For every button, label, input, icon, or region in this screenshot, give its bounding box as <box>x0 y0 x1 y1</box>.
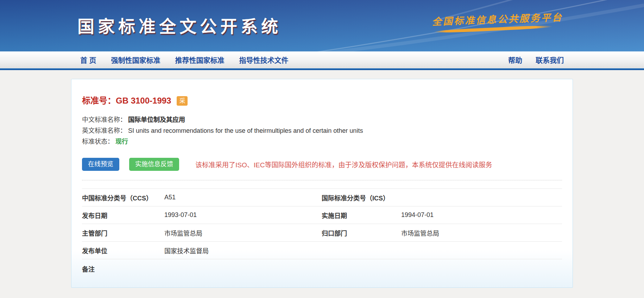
en-name-line: 英文标准名称： SI units and recommendations for… <box>82 125 562 136</box>
cn-name-line: 中文标准名称： 国际单位制及其应用 <box>82 114 562 125</box>
standard-heading-row: 标准号：GB 3100-1993 采 <box>82 79 562 106</box>
standard-number-value: GB 3100-1993 <box>116 96 171 105</box>
field-value-publish-unit: 国家技术监督局 <box>164 246 322 255</box>
field-label-competent-dept: 主管部门 <box>82 228 164 237</box>
nav-item-help[interactable]: 帮助 <box>508 55 522 65</box>
table-row: 发布单位 国家技术监督局 <box>82 241 562 259</box>
en-name-value: SI units and recommendations for the use… <box>128 127 363 134</box>
online-preview-button[interactable]: 在线预览 <box>82 158 119 171</box>
field-value-centralized-dept: 市场监管总局 <box>401 228 562 237</box>
action-row: 在线预览 实施信息反馈 该标准采用了ISO、IEC等国际国外组织的标准，由于涉及… <box>82 158 562 171</box>
field-value-publish-date: 1993-07-01 <box>164 211 322 219</box>
site-header: 国家标准全文公开系统 全国标准信息公共服务平台 <box>0 0 644 51</box>
standard-number-heading: 标准号：GB 3100-1993 <box>82 95 171 106</box>
field-value-implement-date: 1994-07-01 <box>401 211 562 219</box>
nav-item-recommended-standards[interactable]: 推荐性国家标准 <box>175 55 225 65</box>
table-row: 主管部门 市场监管总局 归口部门 市场监管总局 <box>82 224 562 241</box>
dotted-divider <box>82 180 562 180</box>
en-name-label: 英文标准名称： <box>82 127 126 134</box>
field-label-remarks: 备注 <box>82 264 164 273</box>
platform-logo-text: 全国标准信息公共服务平台 <box>432 10 559 28</box>
standard-info-block: 中文标准名称： 国际单位制及其应用 英文标准名称： SI units and r… <box>82 114 562 147</box>
site-title: 国家标准全文公开系统 <box>77 13 282 37</box>
field-value-ccs: A51 <box>164 194 322 201</box>
nav-item-guiding-documents[interactable]: 指导性技术文件 <box>239 55 289 65</box>
field-value-competent-dept: 市场监管总局 <box>164 228 322 237</box>
field-label-centralized-dept: 归口部门 <box>322 228 401 237</box>
standard-detail-card: 标准号：GB 3100-1993 采 中文标准名称： 国际单位制及其应用 英文标… <box>71 79 573 288</box>
standard-number-label: 标准号： <box>82 96 116 105</box>
status-label: 标准状态： <box>82 138 114 145</box>
main-nav: 首 页 强制性国家标准 推荐性国家标准 指导性技术文件 帮助 联系我们 <box>0 51 644 68</box>
cn-name-label: 中文标准名称： <box>82 116 126 123</box>
copyright-notice: 该标准采用了ISO、IEC等国际国外组织的标准，由于涉及版权保护问题，本系统仅提… <box>195 160 492 169</box>
cn-name-value: 国际单位制及其应用 <box>128 116 185 123</box>
field-label-implement-date: 实施日期 <box>322 211 401 220</box>
implementation-feedback-button[interactable]: 实施信息反馈 <box>129 158 179 171</box>
nav-item-mandatory-standards[interactable]: 强制性国家标准 <box>111 55 160 65</box>
fields-table: 中国标准分类号（CCS） A51 国际标准分类号（ICS） 发布日期 1993-… <box>82 188 562 288</box>
field-label-ics: 国际标准分类号（ICS） <box>322 193 401 202</box>
status-line: 标准状态： 现行 <box>82 136 562 147</box>
adopted-badge: 采 <box>177 96 188 106</box>
platform-logo: 全国标准信息公共服务平台 <box>432 10 559 33</box>
nav-item-contact-us[interactable]: 联系我们 <box>536 55 564 65</box>
field-label-publish-unit: 发布单位 <box>82 246 164 255</box>
main-content: 标准号：GB 3100-1993 采 中文标准名称： 国际单位制及其应用 英文标… <box>0 70 644 288</box>
status-value: 现行 <box>115 138 128 145</box>
nav-item-home[interactable]: 首 页 <box>80 55 96 65</box>
field-label-publish-date: 发布日期 <box>82 211 164 220</box>
table-row: 发布日期 1993-07-01 实施日期 1994-07-01 <box>82 206 562 224</box>
table-row: 中国标准分类号（CCS） A51 国际标准分类号（ICS） <box>82 188 562 206</box>
table-row: 备注 <box>82 259 562 288</box>
field-label-ccs: 中国标准分类号（CCS） <box>82 193 164 202</box>
